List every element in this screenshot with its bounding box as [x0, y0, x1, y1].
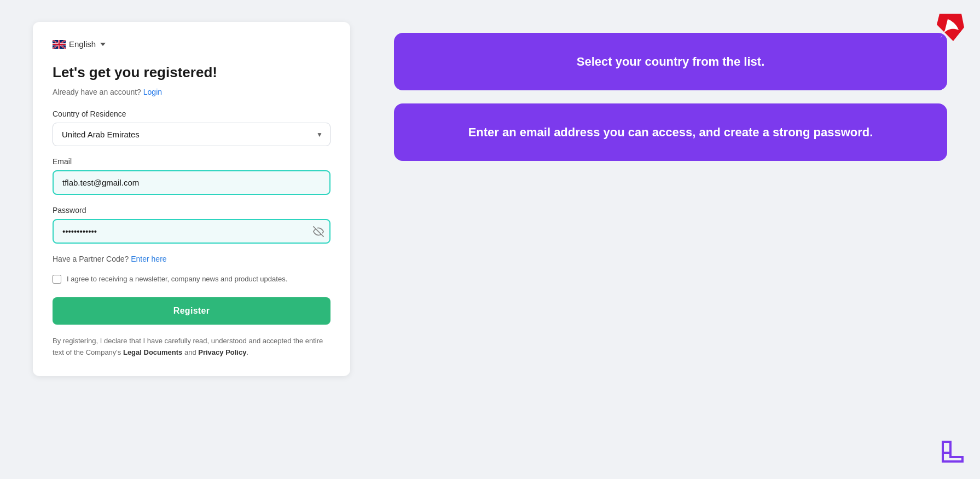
language-selector[interactable]: English — [53, 39, 330, 49]
page-heading: Let's get you registered! — [53, 64, 330, 81]
password-input[interactable] — [53, 219, 330, 244]
country-form-group: Country of Residence United Arab Emirate… — [53, 109, 330, 146]
country-select[interactable]: United Arab Emirates Saudi Arabia Kuwait… — [53, 123, 330, 146]
chevron-down-icon — [100, 43, 106, 46]
email-form-group: Email — [53, 157, 330, 195]
password-form-group: Password — [53, 206, 330, 244]
login-prompt: Already have an account? Login — [53, 88, 330, 96]
login-link[interactable]: Login — [143, 88, 162, 96]
top-right-logo — [934, 11, 967, 46]
info-box-email: Enter an email address you can access, a… — [394, 103, 947, 161]
partner-code-text: Have a Partner Code? Enter here — [53, 255, 330, 263]
bottom-right-logo — [938, 437, 967, 468]
uk-flag-icon — [53, 40, 66, 49]
email-label: Email — [53, 157, 330, 166]
newsletter-label: I agree to receiving a newsletter, compa… — [67, 274, 287, 284]
legal-documents-link: Legal Documents — [123, 348, 182, 356]
country-label: Country of Residence — [53, 109, 330, 118]
password-wrapper — [53, 219, 330, 244]
email-input[interactable] — [53, 170, 330, 195]
info-box-country: Select your country from the list. — [394, 33, 947, 90]
toggle-password-button[interactable] — [313, 226, 324, 237]
register-button[interactable]: Register — [53, 297, 330, 325]
language-label: English — [69, 39, 96, 49]
password-label: Password — [53, 206, 330, 215]
privacy-policy-link: Privacy Policy — [198, 348, 246, 356]
legal-text: By registering, I declare that I have ca… — [53, 336, 330, 359]
brand-logo-purple — [938, 437, 967, 466]
newsletter-checkbox-group: I agree to receiving a newsletter, compa… — [53, 274, 330, 284]
info-panel: Select your country from the list. Enter… — [394, 33, 947, 161]
country-select-wrapper: United Arab Emirates Saudi Arabia Kuwait… — [53, 123, 330, 146]
partner-code-link[interactable]: Enter here — [131, 255, 166, 263]
newsletter-checkbox[interactable] — [53, 275, 61, 284]
registration-card: English Let's get you registered! Alread… — [33, 22, 350, 376]
brand-logo-red — [934, 11, 967, 44]
eye-slash-icon — [313, 226, 324, 237]
